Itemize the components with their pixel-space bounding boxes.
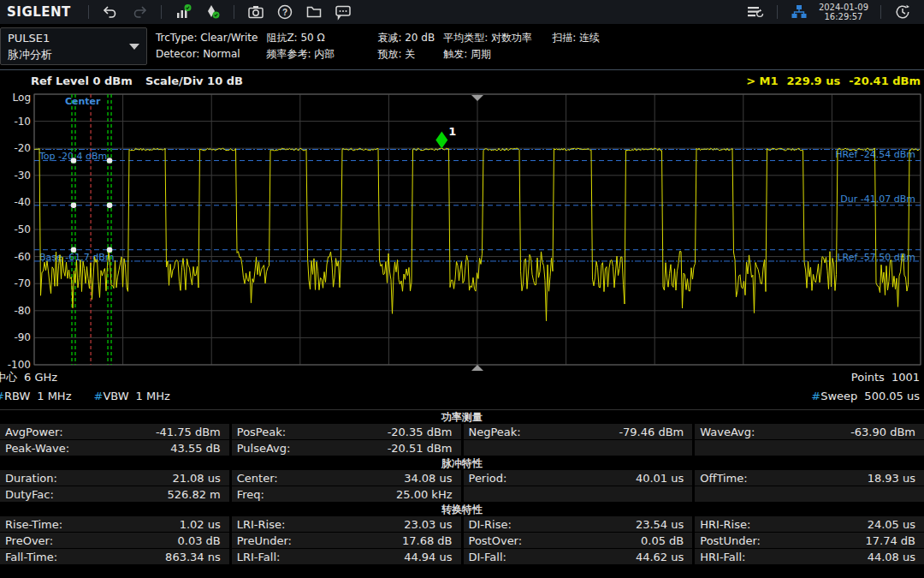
file-icon: [305, 3, 323, 21]
setting-average[interactable]: 平均类型: 对数功率 触发: 周期: [443, 24, 543, 69]
lan-button[interactable]: [789, 2, 809, 22]
table-row: DutyFac:526.82 mFreq:25.00 kHz: [0, 486, 924, 502]
table-section: 功率测量AvgPower:-41.75 dBmPosPeak:-20.35 dB…: [0, 410, 924, 456]
task-list-button[interactable]: [745, 2, 766, 22]
chart-footer: 中心6 GHz Points1001 #RBW1 MHz#VBW1 MHz #S…: [0, 368, 924, 408]
measurement-label: NegPeak:: [469, 426, 521, 438]
peak-marker-button[interactable]: [202, 2, 222, 22]
measurement-label: PostUnder:: [700, 534, 761, 547]
measurement-label: PreUnder:: [237, 534, 292, 547]
measurement-cell: DI-Fall:44.62 us: [464, 549, 693, 564]
measurement-label: AvgPower:: [5, 426, 63, 438]
measurement-label: Duration:: [5, 472, 57, 485]
measurement-mode-dropdown[interactable]: PULSE1 脉冲分析: [0, 27, 147, 65]
measurement-label: Rise-Time:: [5, 518, 62, 531]
help-icon: ?: [275, 3, 294, 21]
trace-settings-button[interactable]: [173, 2, 193, 22]
table-section: 脉冲特性Duration:21.08 usCenter:34.08 usPeri…: [0, 456, 924, 502]
history-icon: [893, 3, 912, 21]
measurement-value: 17.68 dB: [402, 534, 453, 547]
measurement-cell: Peak-Wave:43.55 dB: [0, 440, 229, 456]
measurement-value: 0.03 dB: [178, 534, 221, 547]
y-axis-tick: -10: [14, 116, 31, 128]
setting-attenuation[interactable]: 衰减: 20 dB 预放: 关: [377, 24, 435, 69]
measurement-value: 34.08 us: [404, 472, 452, 485]
measurement-cell: HRI-Rise:24.05 us: [695, 516, 924, 532]
y-axis-tick: -70: [14, 277, 31, 289]
measurement-cell: PreOver:0.03 dB: [0, 533, 229, 548]
table-row: PreOver:0.03 dBPreUnder:17.68 dBPostOver…: [0, 533, 924, 548]
undo-button[interactable]: [100, 2, 121, 22]
redo-icon: [131, 3, 148, 21]
measurement-cell: WaveAvg:-63.90 dBm: [695, 424, 924, 439]
setting-trctype: TrcType: Clear/Write: [156, 30, 258, 46]
table-section-title: 转换特性: [0, 503, 924, 516]
measurement-cell: AvgPower:-41.75 dBm: [0, 424, 229, 439]
lan-icon: [790, 3, 808, 21]
setting-preamp: 预放: 关: [377, 46, 435, 63]
points-readout: Points1001: [851, 368, 920, 387]
footer-line-1: 中心6 GHz Points1001: [0, 368, 924, 387]
measurement-value: 44.94 us: [404, 551, 452, 563]
ref-line-label-href: HRef -24.54 dBm: [835, 149, 915, 160]
screenshot-button[interactable]: [246, 2, 266, 22]
redo-button[interactable]: [129, 2, 150, 22]
measurement-value: 44.62 us: [636, 551, 684, 563]
measurement-label: DutyFac:: [5, 488, 54, 501]
measurement-label: Peak-Wave:: [5, 442, 69, 455]
setting-detector: Detecor: Normal: [156, 46, 258, 63]
measurement-label: WaveAvg:: [700, 426, 755, 438]
table-row: Rise-Time:1.02 usLRI-Rise:23.03 usDI-Ris…: [0, 516, 924, 532]
mode-subtitle: 脉冲分析: [8, 46, 129, 63]
marker-number: 1: [448, 125, 456, 138]
setting-trigger: 触发: 周期: [443, 46, 543, 63]
measurement-cell: HRI-Fall:44.08 us: [695, 549, 924, 564]
table-row: Duration:21.08 usCenter:34.08 usPeriod:4…: [0, 470, 924, 486]
measurement-cell: LRI-Rise:23.03 us: [232, 516, 461, 532]
center-top-triangle-icon: [471, 95, 483, 101]
measurement-cell: PostOver:0.05 dB: [464, 533, 693, 548]
pulse-trace-chart: Log-10-20-30-40-50-60-70-80-90-100Top -2…: [0, 80, 924, 382]
ref-line-label-dur: Dur -41.07 dBm: [840, 194, 915, 205]
y-axis-tick: -80: [14, 305, 31, 317]
peak-marker-icon: [203, 3, 222, 21]
file-button[interactable]: [304, 2, 324, 22]
task-list-icon: [745, 3, 766, 21]
undo-icon: [102, 3, 119, 21]
measurement-cell: LRI-Fall:44.94 us: [232, 549, 461, 564]
toolbar-divider: [880, 5, 881, 19]
measurement-cell-empty: [695, 486, 924, 502]
measurement-cell-empty: [695, 440, 924, 456]
settings-bar: PULSE1 脉冲分析 TrcType: Clear/Write Detecor…: [0, 24, 924, 70]
measurement-label: DI-Fall:: [469, 551, 506, 563]
toolbar-divider: [234, 5, 234, 19]
gate-dot: [107, 247, 113, 253]
setting-impedance[interactable]: 阻抗Z: 50 Ω 频率参考: 内部: [266, 24, 369, 69]
mode-labels: PULSE1 脉冲分析: [8, 30, 129, 63]
measurement-cell: Freq:25.00 kHz: [232, 486, 461, 502]
measurement-value: 21.08 us: [172, 472, 220, 485]
setting-sweep-mode[interactable]: 扫描: 连续: [552, 24, 600, 69]
measurement-value: 40.01 us: [636, 472, 684, 485]
table-section-title: 脉冲特性: [0, 456, 924, 470]
y-axis-tick: -40: [14, 196, 31, 208]
y-axis-tick: -50: [14, 223, 31, 235]
message-button[interactable]: [333, 2, 353, 22]
measurement-tables: 功率测量AvgPower:-41.75 dBmPosPeak:-20.35 dB…: [0, 409, 924, 578]
measurement-cell: Fall-Time:863.34 ns: [0, 549, 229, 564]
y-axis-tick: -60: [14, 251, 31, 263]
measurement-label: LRI-Rise:: [237, 518, 286, 531]
setting-impedance-value: 阻抗Z: 50 Ω: [266, 30, 369, 46]
gate-dot: [71, 247, 77, 253]
y-axis-tick: Log: [13, 92, 31, 104]
setting-trace[interactable]: TrcType: Clear/Write Detecor: Normal: [156, 24, 258, 69]
setting-freq-ref: 频率参考: 内部: [266, 46, 369, 63]
history-button[interactable]: [892, 2, 913, 22]
measurement-label: DI-Rise:: [469, 518, 512, 531]
measurement-value: -20.35 dBm: [388, 426, 453, 438]
measurement-value: 18.93 us: [868, 472, 915, 485]
help-button[interactable]: ?: [275, 2, 295, 22]
measurement-cell: Period:40.01 us: [464, 470, 693, 486]
measurement-value: 25.00 kHz: [396, 488, 452, 501]
measurement-cell-empty: [464, 486, 693, 502]
